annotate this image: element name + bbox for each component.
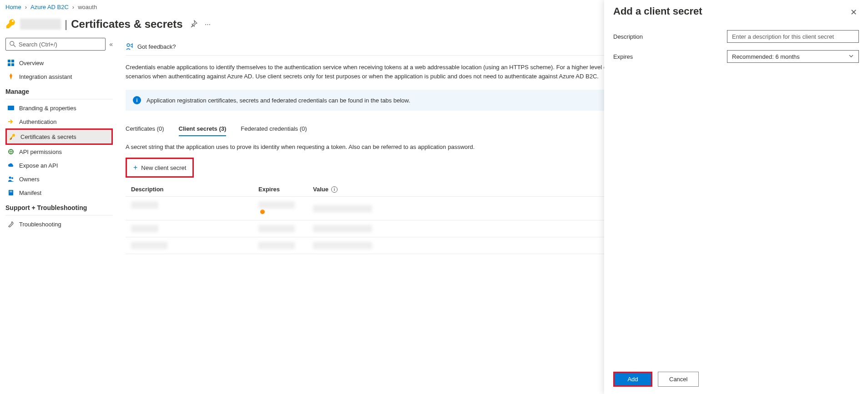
svg-rect-2 xyxy=(8,60,10,62)
sidebar-item-manifest[interactable]: Manifest xyxy=(5,186,113,200)
panel-title: Add a client secret xyxy=(613,5,702,17)
expires-value: Recommended: 6 months xyxy=(732,53,800,60)
people-icon xyxy=(7,175,15,183)
redacted-cell xyxy=(258,242,295,249)
tab-certificates[interactable]: Certificates (0) xyxy=(126,122,164,136)
title-separator: | xyxy=(65,18,67,31)
sidebar-item-label: Authentication xyxy=(19,118,56,125)
sidebar-item-label: Integration assistant xyxy=(19,73,72,80)
sidebar-item-overview[interactable]: Overview xyxy=(5,56,113,70)
feedback-icon xyxy=(126,42,134,51)
redacted-cell xyxy=(131,201,158,209)
svg-rect-13 xyxy=(10,192,12,192)
redacted-cell xyxy=(313,205,372,212)
search-input[interactable] xyxy=(19,41,101,48)
key-icon xyxy=(9,133,16,140)
redacted-cell xyxy=(258,225,295,232)
breadcrumb-home[interactable]: Home xyxy=(5,4,21,10)
svg-rect-5 xyxy=(11,63,14,66)
cloud-icon xyxy=(7,162,15,169)
redacted-cell xyxy=(313,225,372,232)
col-expires: Expires xyxy=(258,186,313,193)
svg-point-10 xyxy=(11,177,13,179)
svg-rect-3 xyxy=(11,60,14,62)
sidebar-item-branding[interactable]: Branding & properties xyxy=(5,101,113,115)
more-icon[interactable]: ⋯ xyxy=(205,21,211,28)
close-icon[interactable]: ✕ xyxy=(848,5,859,19)
redacted-cell xyxy=(313,242,372,249)
expires-label: Expires xyxy=(613,53,727,60)
chevron-down-icon xyxy=(848,53,854,60)
pin-icon[interactable] xyxy=(190,20,197,29)
sidebar-item-authentication[interactable]: Authentication xyxy=(5,115,113,128)
expires-select[interactable]: Recommended: 6 months xyxy=(727,50,859,63)
search-icon xyxy=(10,41,16,47)
redacted-cell xyxy=(131,242,167,249)
chevron-right-icon: › xyxy=(72,4,74,10)
sidebar-item-integration[interactable]: Integration assistant xyxy=(5,70,113,83)
sidebar-section-manage: Manage xyxy=(5,83,113,99)
warning-dot-icon xyxy=(260,210,265,214)
svg-line-1 xyxy=(14,45,15,47)
breadcrumb-level1[interactable]: Azure AD B2C xyxy=(30,4,69,10)
sidebar-item-troubleshooting[interactable]: Troubleshooting xyxy=(5,217,113,231)
description-label: Description xyxy=(613,33,727,40)
manifest-icon xyxy=(7,189,15,196)
plus-icon: + xyxy=(133,164,137,172)
info-icon[interactable]: i xyxy=(331,186,338,193)
add-secret-panel: Add a client secret ✕ Description Expire… xyxy=(604,0,868,394)
sidebar: « Overview Integration assistant Manage … xyxy=(0,38,118,394)
new-secret-label: New client secret xyxy=(141,164,186,171)
wrench-icon xyxy=(7,220,15,228)
sidebar-item-label: Manifest xyxy=(19,189,41,196)
sidebar-item-label: API permissions xyxy=(19,148,62,155)
sidebar-item-owners[interactable]: Owners xyxy=(5,172,113,186)
breadcrumb-current: woauth xyxy=(78,4,97,10)
sidebar-item-label: Branding & properties xyxy=(19,105,76,112)
add-button[interactable]: Add xyxy=(615,373,651,385)
svg-rect-4 xyxy=(8,63,10,66)
sidebar-item-api-permissions[interactable]: API permissions xyxy=(5,145,113,159)
app-name-redacted xyxy=(20,19,61,30)
branding-icon xyxy=(7,104,15,112)
svg-point-14 xyxy=(127,44,130,46)
sidebar-item-label: Troubleshooting xyxy=(19,221,61,228)
new-client-secret-button[interactable]: + New client secret xyxy=(130,162,190,174)
redacted-cell xyxy=(131,225,158,232)
redacted-cell xyxy=(258,201,295,209)
svg-rect-6 xyxy=(8,106,14,110)
info-banner-text: Application registration certificates, s… xyxy=(146,97,410,104)
key-icon xyxy=(5,18,20,31)
sidebar-item-label: Overview xyxy=(19,60,44,67)
sidebar-section-support: Support + Troubleshooting xyxy=(5,200,113,215)
grid-icon xyxy=(7,59,15,67)
svg-rect-11 xyxy=(9,190,13,195)
sidebar-item-label: Certificates & secrets xyxy=(20,133,76,140)
tab-client-secrets[interactable]: Client secrets (3) xyxy=(179,122,227,136)
sidebar-item-label: Expose an API xyxy=(19,162,58,169)
api-icon xyxy=(7,148,15,155)
cancel-button[interactable]: Cancel xyxy=(658,372,699,387)
auth-icon xyxy=(7,118,15,125)
svg-point-0 xyxy=(10,41,14,46)
svg-rect-12 xyxy=(10,191,12,191)
description-input[interactable] xyxy=(727,30,859,43)
chevron-right-icon: › xyxy=(25,4,27,10)
feedback-label: Got feedback? xyxy=(137,43,176,50)
sidebar-item-label: Owners xyxy=(19,176,40,183)
sidebar-item-expose-api[interactable]: Expose an API xyxy=(5,159,113,172)
info-icon: i xyxy=(133,96,141,104)
tab-federated[interactable]: Federated credentials (0) xyxy=(241,122,307,136)
page-title: Certificates & secrets xyxy=(71,18,182,31)
sidebar-item-certificates[interactable]: Certificates & secrets xyxy=(5,128,113,145)
collapse-sidebar-icon[interactable]: « xyxy=(109,41,113,48)
search-input-wrapper[interactable] xyxy=(5,38,106,51)
svg-point-9 xyxy=(9,177,11,179)
rocket-icon xyxy=(7,73,15,80)
col-description: Description xyxy=(131,186,258,193)
